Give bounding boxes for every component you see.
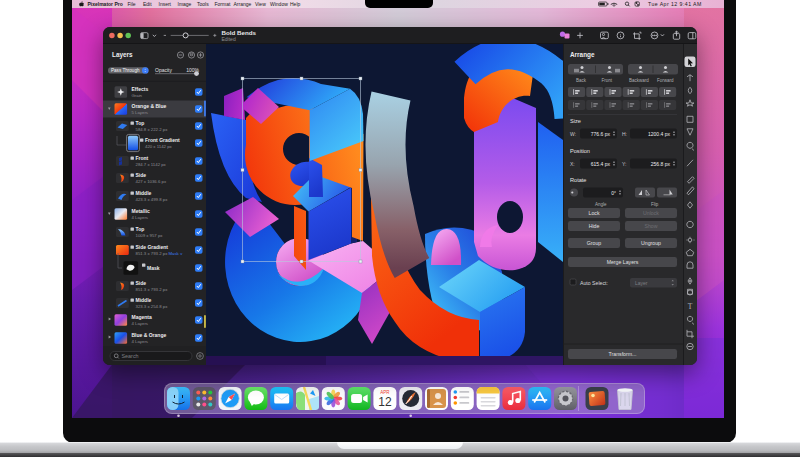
svg-text:12: 12 [378, 395, 392, 409]
svg-text:1009 x 957 px: 1009 x 957 px [136, 233, 164, 238]
svg-text:Arrange: Arrange [570, 51, 595, 59]
svg-text:Middle: Middle [136, 190, 152, 196]
svg-text:Position: Position [570, 148, 590, 154]
svg-text:Middle: Middle [136, 297, 152, 303]
svg-text:Top: Top [136, 120, 145, 126]
svg-text:851.3 x 793.2 px: 851.3 x 793.2 px [136, 287, 169, 292]
svg-text:APR: APR [380, 390, 390, 395]
svg-text:Front: Front [136, 155, 149, 161]
svg-text:615.4 px: 615.4 px [591, 161, 611, 167]
svg-text:584.8 x 222.2 px: 584.8 x 222.2 px [136, 127, 169, 132]
svg-text:Back: Back [576, 78, 587, 83]
svg-text:0°: 0° [611, 190, 616, 196]
svg-text:Transform...: Transform... [609, 351, 637, 357]
svg-text:Side: Side [136, 172, 147, 178]
svg-text:Layers: Layers [112, 51, 133, 59]
svg-text:Front: Front [602, 78, 613, 83]
svg-text:Blue & Orange: Blue & Orange [132, 332, 167, 338]
svg-text:1200.4 px: 1200.4 px [648, 131, 670, 137]
svg-text:Backward: Backward [629, 78, 649, 83]
svg-text:Metallic: Metallic [132, 208, 151, 214]
svg-text:X:: X: [570, 161, 575, 167]
svg-text:256.8 px: 256.8 px [651, 161, 671, 167]
svg-text:4 Layers: 4 Layers [132, 215, 148, 220]
svg-text:Unlock: Unlock [643, 210, 659, 216]
svg-text:Lock: Lock [589, 210, 600, 216]
svg-text:Orange & Blue: Orange & Blue [132, 103, 167, 109]
svg-text:Group: Group [587, 240, 602, 246]
svg-text:Show: Show [645, 223, 658, 229]
svg-text:Rotate: Rotate [570, 177, 586, 183]
svg-text:5 Layers: 5 Layers [132, 110, 148, 115]
svg-text:851.3 x 793.2 px: 851.3 x 793.2 px [136, 251, 169, 256]
svg-text:Ungroup: Ungroup [641, 240, 661, 246]
svg-text:T: T [688, 302, 693, 311]
svg-text:H:: H: [622, 131, 627, 137]
svg-text:Magenta: Magenta [132, 314, 153, 320]
svg-text:4 Layers: 4 Layers [132, 339, 148, 344]
svg-text:Angle: Angle [595, 202, 607, 207]
svg-text:Opacity: Opacity [155, 67, 172, 73]
svg-text:776.6 px: 776.6 px [591, 131, 611, 137]
svg-text:427 x 1036.6 px: 427 x 1036.6 px [136, 179, 167, 184]
svg-text:Pass Through: Pass Through [111, 68, 140, 73]
svg-text:Size: Size [570, 118, 581, 124]
svg-text:Side: Side [136, 280, 147, 286]
svg-text:Hide: Hide [589, 223, 600, 229]
svg-text:Effects: Effects [132, 86, 149, 92]
svg-text:Front Gradient: Front Gradient [145, 137, 180, 143]
svg-text:Top: Top [136, 226, 145, 232]
svg-text:Mask: Mask [147, 265, 160, 271]
svg-text:Flip: Flip [651, 202, 659, 207]
svg-text:284.7 x 1142 px: 284.7 x 1142 px [136, 162, 167, 167]
svg-text:420 x 1142 px: 420 x 1142 px [145, 144, 173, 149]
svg-text:Edited: Edited [222, 36, 236, 42]
svg-text:W:: W: [570, 131, 576, 137]
svg-text:Side Gradient: Side Gradient [136, 244, 169, 250]
svg-text:Forward: Forward [657, 78, 674, 83]
svg-text:Auto Select:: Auto Select: [580, 280, 608, 286]
svg-text:4 Layers: 4 Layers [132, 321, 148, 326]
svg-text:423.3 x 499.8 px: 423.3 x 499.8 px [136, 197, 169, 202]
svg-text:Grain: Grain [132, 93, 143, 98]
svg-text:Merge Layers: Merge Layers [607, 259, 639, 265]
svg-text:323.3 x 254.8 px: 323.3 x 254.8 px [136, 304, 169, 309]
svg-text:Y:: Y: [622, 161, 626, 167]
svg-text:Bold Bends: Bold Bends [222, 29, 257, 36]
svg-text:Mask ˅: Mask ˅ [169, 251, 183, 256]
svg-text:Layer: Layer [635, 280, 648, 286]
svg-text:Search: Search [122, 353, 139, 359]
